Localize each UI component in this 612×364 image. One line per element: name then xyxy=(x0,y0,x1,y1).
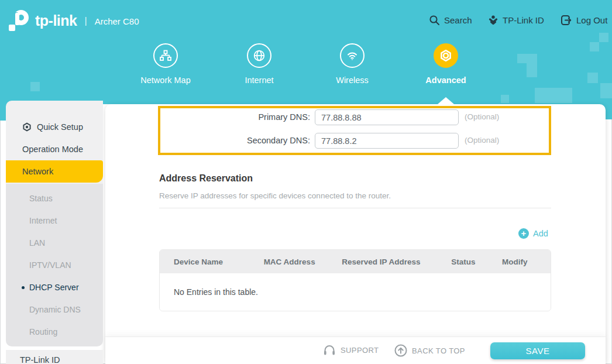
sidebar-subitem-lan[interactable]: LAN xyxy=(6,232,103,254)
router-admin-page: tp-link | Archer C80 Search TP-Link ID xyxy=(0,0,612,364)
sidebar-subitem-dhcp-server[interactable]: DHCP Server xyxy=(6,276,103,298)
table-header-row: Device Name MAC Address Reserved IP Addr… xyxy=(160,250,551,273)
col-modify: Modify xyxy=(488,257,551,266)
add-reservation-button[interactable]: + Add xyxy=(518,228,548,239)
decor-shape xyxy=(517,54,527,63)
decor-shape xyxy=(501,95,509,103)
quick-setup-gear-icon xyxy=(22,122,32,132)
search-label: Search xyxy=(444,15,472,25)
sidebar-subitem-internet[interactable]: Internet xyxy=(6,210,103,232)
support-label: SUPPORT xyxy=(341,346,379,355)
headset-icon xyxy=(323,344,336,356)
primary-dns-input[interactable] xyxy=(315,109,459,125)
sidebar-item-label: Network xyxy=(22,160,53,183)
tab-advanced[interactable]: Advanced xyxy=(405,43,487,85)
secondary-dns-input[interactable] xyxy=(315,133,459,149)
wifi-icon xyxy=(340,43,365,68)
section-description: Reserve IP addresses for specific device… xyxy=(159,191,391,200)
back-to-top-label: BACK TO TOP xyxy=(412,346,465,355)
table-empty-row: No Entries in this table. xyxy=(160,273,551,311)
active-tab-pointer xyxy=(438,97,454,104)
logout-label: Log Out xyxy=(576,15,607,25)
sidebar-subitem-iptv-vlan[interactable]: IPTV/VLAN xyxy=(6,254,103,276)
sidebar-item-network[interactable]: Network xyxy=(6,160,103,183)
decor-shape xyxy=(527,54,537,77)
tplink-id-label: TP-Link ID xyxy=(503,15,544,25)
section-title: Address Reservation xyxy=(159,173,253,184)
decor-shape xyxy=(30,82,40,91)
tab-label: Network Map xyxy=(125,75,207,85)
sidebar-item-label: Quick Setup xyxy=(37,116,83,138)
divider xyxy=(159,208,551,208)
tplink-id-button[interactable]: TP-Link ID xyxy=(488,13,544,26)
address-reservation-table: Device Name MAC Address Reserved IP Addr… xyxy=(159,249,551,311)
brand-separator: | xyxy=(83,16,89,26)
decor-shape xyxy=(535,88,572,103)
tab-internet[interactable]: Internet xyxy=(218,43,300,85)
decor-shape xyxy=(590,42,599,51)
primary-dns-label: Primary DNS: xyxy=(164,109,310,125)
network-map-icon xyxy=(153,43,178,68)
support-button[interactable]: SUPPORT xyxy=(323,344,379,356)
decor-shape xyxy=(600,83,612,98)
sidebar: Quick Setup Operation Mode Network xyxy=(6,101,103,184)
tplink-id-icon xyxy=(488,15,498,25)
sidebar-subitem-status[interactable]: Status xyxy=(6,187,103,210)
tab-network-map[interactable]: Network Map xyxy=(125,43,207,85)
brand-wordmark: tp-link xyxy=(35,12,77,30)
add-plus-icon: + xyxy=(518,228,529,239)
sidebar-subitem-dynamic-dns[interactable]: Dynamic DNS xyxy=(6,298,103,321)
tab-wireless[interactable]: Wireless xyxy=(311,43,393,85)
sidebar-item-quick-setup[interactable]: Quick Setup xyxy=(6,116,103,138)
tab-label: Advanced xyxy=(405,75,487,85)
main-content-panel: Primary DNS: (Optional) Secondary DNS: (… xyxy=(105,104,606,364)
search-icon xyxy=(429,15,440,26)
save-button[interactable]: SAVE xyxy=(490,342,585,359)
sidebar-item-label: Operation Mode xyxy=(22,138,83,160)
sidebar-item-operation-mode[interactable]: Operation Mode xyxy=(6,138,103,160)
col-device-name: Device Name xyxy=(160,257,250,266)
internet-globe-icon xyxy=(247,43,271,68)
primary-dns-row: Primary DNS: (Optional) xyxy=(105,109,606,125)
optional-note: (Optional) xyxy=(465,109,499,125)
secondary-dns-label: Secondary DNS: xyxy=(164,132,310,149)
tab-label: Wireless xyxy=(311,75,393,85)
tab-label: Internet xyxy=(218,75,300,85)
arrow-up-circle-icon xyxy=(394,344,407,357)
add-label: Add xyxy=(533,229,548,238)
col-mac-address: MAC Address xyxy=(250,257,328,266)
brand-area: tp-link | Archer C80 xyxy=(8,7,139,35)
sidebar-subitem-routing[interactable]: Routing xyxy=(6,321,103,343)
gear-icon xyxy=(434,43,458,68)
back-to-top-button[interactable]: BACK TO TOP xyxy=(394,344,465,357)
decor-shape xyxy=(587,73,598,83)
device-model: Archer C80 xyxy=(95,16,139,26)
col-reserved-ip: Reserved IP Address xyxy=(328,257,437,266)
sidebar-submenu: Status Internet LAN IPTV/VLAN DHCP Serve… xyxy=(6,184,103,346)
secondary-dns-row: Secondary DNS: (Optional) xyxy=(105,132,606,149)
col-status: Status xyxy=(437,257,488,266)
search-button[interactable]: Search xyxy=(429,13,472,26)
sidebar-item-tplink-id[interactable]: TP-Link ID xyxy=(6,350,103,364)
sidebar-bottom: TP-Link ID xyxy=(6,350,103,364)
optional-note: (Optional) xyxy=(465,132,499,149)
logout-icon xyxy=(561,15,572,26)
decor-shape xyxy=(599,33,608,42)
panel-footer: SUPPORT BACK TO TOP SAVE xyxy=(105,336,606,364)
tplink-logo-icon xyxy=(8,10,29,32)
logout-button[interactable]: Log Out xyxy=(561,13,607,26)
